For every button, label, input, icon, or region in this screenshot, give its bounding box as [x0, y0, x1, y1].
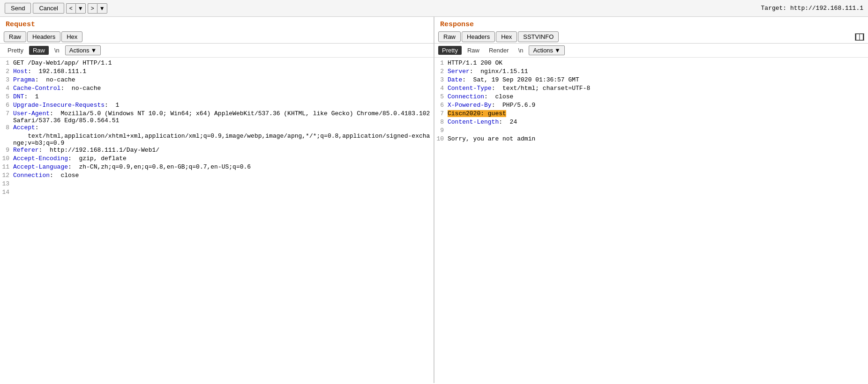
- response-subtab-bar: Pretty Raw Render \n Actions ▼: [434, 44, 868, 58]
- svg-rect-1: [860, 34, 863, 40]
- line-content: [13, 189, 432, 197]
- line: 4Cache-Control: no-cache: [0, 85, 434, 93]
- line-number: 2: [2, 68, 13, 76]
- response-subtab-pretty[interactable]: Pretty: [438, 46, 462, 55]
- line-content: [448, 127, 866, 135]
- line-content: Cache-Control: no-cache: [13, 85, 432, 93]
- actions-chevron-icon: ▼: [90, 47, 97, 54]
- request-actions-button[interactable]: Actions ▼: [65, 45, 101, 55]
- line-content: Ciscn2020: guest: [448, 110, 866, 118]
- header-key: DNT: [13, 93, 24, 100]
- response-content[interactable]: 1HTTP/1.1 200 OK2Server: nginx/1.15.113D…: [434, 58, 868, 383]
- line-content: Sorry, you are not admin: [448, 135, 866, 144]
- nav-next-button[interactable]: >: [88, 3, 97, 14]
- toolbar-left: Send Cancel < ▼ > ▼: [5, 3, 107, 14]
- header-key: Cache-Control: [13, 85, 60, 92]
- header-value: : 1: [105, 102, 119, 109]
- header-key: Content-Length: [448, 118, 499, 126]
- line-number: 11: [2, 163, 13, 172]
- header-key: Upgrade-Insecure-Requests: [13, 102, 105, 109]
- line-content: [13, 180, 432, 189]
- line: 1HTTP/1.1 200 OK: [434, 59, 868, 68]
- line-number: 5: [436, 93, 448, 102]
- response-actions-button[interactable]: Actions ▼: [529, 45, 565, 55]
- line-number: 5: [2, 93, 13, 102]
- header-value: GET /Day-Web1/app/ HTTP/1.1: [13, 59, 112, 66]
- line: 5DNT: 1: [0, 93, 434, 102]
- header-value: : 1: [24, 93, 38, 100]
- line: 10Accept-Encoding: gzip, deflate: [0, 155, 434, 163]
- header-value: :: [35, 124, 39, 131]
- response-title: Response: [434, 17, 868, 30]
- line-content: X-Powered-By: PHP/5.6.9: [448, 102, 866, 110]
- response-panel: Response Raw Headers Hex SSTVINFO Pretty…: [434, 17, 868, 383]
- response-tab-raw[interactable]: Raw: [438, 31, 461, 42]
- header-key: Accept: [13, 124, 35, 131]
- line-content: Accept-Language: zh-CN,zh;q=0.9,en;q=0.8…: [13, 163, 432, 172]
- header-key: Server: [448, 68, 470, 75]
- response-code: 1HTTP/1.1 200 OK2Server: nginx/1.15.113D…: [434, 59, 868, 144]
- line: 6Upgrade-Insecure-Requests: 1: [0, 102, 434, 110]
- line: 11Accept-Language: zh-CN,zh;q=0.9,en;q=0…: [0, 163, 434, 172]
- header-value: : 192.168.111.1: [28, 68, 86, 75]
- line: 9: [434, 127, 868, 135]
- request-subtab-bar: Pretty Raw \n Actions ▼: [0, 44, 434, 58]
- header-key: X-Powered-By: [448, 102, 492, 109]
- line-number: 3: [436, 76, 448, 85]
- line-content: Content-Type: text/html; charset=UTF-8: [448, 85, 866, 93]
- request-tab-hex[interactable]: Hex: [61, 31, 82, 42]
- split-view-button[interactable]: [855, 33, 864, 41]
- line-content: text/html,application/xhtml+xml,applicat…: [13, 133, 432, 147]
- request-panel: Request Raw Headers Hex Pretty Raw \n Ac…: [0, 17, 434, 383]
- line-number: 8: [436, 118, 448, 127]
- response-tab-headers[interactable]: Headers: [462, 31, 495, 42]
- line: 3Pragma: no-cache: [0, 76, 434, 85]
- header-value: : zh-CN,zh;q=0.9,en;q=0.8,en-GB;q=0.7,en…: [68, 163, 251, 170]
- cancel-button[interactable]: Cancel: [33, 3, 64, 14]
- nav-prev-drop-button[interactable]: ▼: [75, 3, 86, 14]
- line-content: HTTP/1.1 200 OK: [448, 59, 866, 68]
- response-tab-sstvinfo[interactable]: SSTVINFO: [518, 31, 559, 42]
- line-number: 2: [436, 68, 448, 76]
- header-key: Host: [13, 68, 28, 75]
- nav-prev-group: < ▼: [66, 3, 86, 14]
- header-value: : text/html; charset=UTF-8: [492, 85, 591, 92]
- line-content: Upgrade-Insecure-Requests: 1: [13, 102, 432, 110]
- line: 7Ciscn2020: guest: [434, 110, 868, 118]
- nav-next-drop-button[interactable]: ▼: [97, 3, 107, 14]
- header-value: Sorry, you are not admin: [448, 135, 535, 142]
- header-value: text/html,application/xhtml+xml,applicat…: [13, 133, 430, 147]
- response-tab-hex[interactable]: Hex: [496, 31, 517, 42]
- line: 14: [0, 189, 434, 197]
- send-button[interactable]: Send: [5, 3, 31, 14]
- header-key: Referer: [13, 147, 39, 154]
- request-subtab-pretty[interactable]: Pretty: [4, 46, 27, 55]
- line-number: 12: [2, 172, 13, 180]
- line-number: 6: [2, 102, 13, 110]
- request-subtab-raw[interactable]: Raw: [29, 46, 49, 55]
- header-value: : PHP/5.6.9: [492, 102, 536, 109]
- line-content: Accept-Encoding: gzip, deflate: [13, 155, 432, 163]
- line: 8Accept:: [0, 124, 434, 133]
- line-content: Date: Sat, 19 Sep 2020 01:36:57 GMT: [448, 76, 866, 85]
- line-number: 10: [436, 135, 448, 144]
- response-actions-chevron-icon: ▼: [554, 47, 561, 54]
- line: 10Sorry, you are not admin: [434, 135, 868, 144]
- request-tab-raw[interactable]: Raw: [4, 31, 26, 42]
- request-tab-headers[interactable]: Headers: [27, 31, 60, 42]
- header-key: Accept-Language: [13, 163, 68, 170]
- request-subtab-newline[interactable]: \n: [51, 46, 63, 55]
- header-value: : http://192.168.111.1/Day-Web1/: [39, 147, 159, 154]
- line: 2Server: nginx/1.15.11: [434, 68, 868, 76]
- request-content[interactable]: 1GET /Day-Web1/app/ HTTP/1.12Host: 192.1…: [0, 58, 434, 383]
- line-number: 4: [2, 85, 13, 93]
- response-subtab-raw[interactable]: Raw: [464, 46, 483, 55]
- line-number: 7: [436, 110, 448, 118]
- response-subtab-newline[interactable]: \n: [515, 46, 527, 55]
- response-subtab-render[interactable]: Render: [485, 46, 513, 55]
- header-value: HTTP/1.1 200 OK: [448, 59, 502, 66]
- split-view-icon: [856, 34, 863, 40]
- nav-next-group: > ▼: [88, 3, 107, 14]
- nav-prev-button[interactable]: <: [66, 3, 75, 14]
- line-number: 13: [2, 180, 13, 189]
